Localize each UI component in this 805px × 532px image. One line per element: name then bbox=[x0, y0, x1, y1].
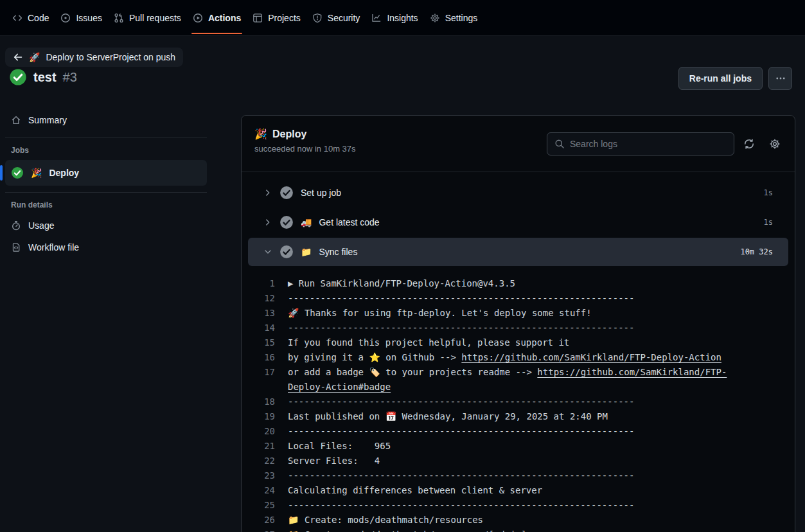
header-actions: Re-run all jobs bbox=[678, 67, 792, 90]
log-line-number[interactable]: 20 bbox=[242, 424, 275, 439]
tab-label: Actions bbox=[208, 13, 241, 23]
log-line-number[interactable]: 26 bbox=[242, 513, 275, 528]
log-line-number[interactable]: 24 bbox=[242, 483, 275, 498]
step-success-check-icon bbox=[279, 245, 294, 259]
log-line-number[interactable]: 23 bbox=[242, 468, 275, 483]
tab-insights[interactable]: Insights bbox=[366, 0, 423, 35]
shield-icon bbox=[312, 13, 323, 23]
panel-header: 🎉 Deploy succeeded now in 10m 37s bbox=[242, 116, 795, 172]
back-arrow-icon[interactable] bbox=[13, 52, 23, 62]
actions-run-page: CodeIssuesPull requestsActionsProjectsSe… bbox=[0, 0, 805, 532]
sidebar-divider bbox=[5, 137, 207, 138]
panel-tools bbox=[547, 132, 786, 155]
tab-label: Code bbox=[28, 13, 49, 23]
home-icon bbox=[11, 115, 21, 125]
search-box bbox=[547, 132, 734, 155]
log-line-number[interactable]: 17 bbox=[242, 365, 275, 380]
step-row[interactable]: 📁Sync files10m 32s bbox=[248, 238, 788, 266]
tab-security[interactable]: Security bbox=[306, 0, 366, 35]
file-code-icon bbox=[11, 242, 21, 253]
log-line-text: 📁 Create: mods/deathmatch/resources/[adm… bbox=[288, 528, 526, 532]
workflow-file-label: Workflow file bbox=[28, 242, 79, 253]
sidebar-item-job-deploy[interactable]: 🎉 Deploy bbox=[5, 160, 207, 186]
log-line-text: ----------------------------------------… bbox=[288, 321, 634, 335]
tab-settings[interactable]: Settings bbox=[424, 0, 484, 35]
tab-label: Security bbox=[328, 13, 360, 23]
log-line-number[interactable]: 12 bbox=[242, 291, 275, 306]
tab-actions[interactable]: Actions bbox=[187, 0, 247, 35]
log-line: 1▶ Run SamKirkland/FTP-Deploy-Action@v4.… bbox=[242, 276, 795, 291]
log-line-text: ----------------------------------------… bbox=[288, 291, 634, 306]
rerun-all-jobs-button[interactable]: Re-run all jobs bbox=[678, 67, 763, 90]
run-title: test bbox=[33, 70, 57, 85]
log-link[interactable]: https://github.com/SamKirkland/FTP- bbox=[537, 367, 727, 377]
step-label: Set up job bbox=[301, 188, 341, 198]
sidebar-item-summary[interactable]: Summary bbox=[5, 109, 207, 131]
log-line-number[interactable]: 21 bbox=[242, 439, 275, 454]
refresh-logs-button[interactable] bbox=[738, 133, 760, 155]
search-icon bbox=[554, 139, 565, 149]
breadcrumb[interactable]: 🚀 Deploy to ServerProject on push bbox=[5, 48, 183, 67]
kebab-icon bbox=[775, 73, 786, 84]
success-check-icon bbox=[9, 68, 27, 86]
log-line-number[interactable]: 18 bbox=[242, 395, 275, 409]
log-line-number[interactable]: 27 bbox=[242, 528, 275, 532]
log-line-number[interactable]: 14 bbox=[242, 321, 275, 335]
step-duration: 1s bbox=[764, 218, 773, 227]
log-text-segment: ----------------------------------------… bbox=[288, 396, 634, 407]
code-icon bbox=[12, 13, 22, 23]
pull-request-icon bbox=[114, 13, 124, 23]
log-text-segment: Local Files: 965 bbox=[288, 441, 391, 451]
job-log-panel: 🎉 Deploy succeeded now in 10m 37s bbox=[241, 115, 795, 532]
log-line-number[interactable]: 25 bbox=[242, 498, 275, 513]
step-duration: 10m 32s bbox=[740, 247, 773, 256]
log-line: 22Server Files: 4 bbox=[242, 454, 795, 468]
chevron-right-icon[interactable] bbox=[263, 218, 272, 227]
step-duration: 1s bbox=[764, 188, 773, 197]
log-line-text: 📁 Create: mods/deathmatch/resources bbox=[288, 513, 483, 528]
log-line-number[interactable]: 1 bbox=[242, 276, 275, 291]
log-line-text: Local Files: 965 bbox=[288, 439, 391, 454]
log-line-text: Server Files: 4 bbox=[288, 454, 380, 468]
log-line-text: or add a badge 🏷️ to your projects readm… bbox=[288, 365, 727, 395]
log-line: 13🚀 Thanks for using ftp-deploy. Let's d… bbox=[242, 306, 795, 321]
kebab-menu-button[interactable] bbox=[768, 67, 792, 90]
log-line-number[interactable]: 16 bbox=[242, 350, 275, 365]
log-text-segment: ----------------------------------------… bbox=[288, 293, 634, 303]
tab-issues[interactable]: Issues bbox=[55, 0, 107, 35]
log-line-number[interactable]: 15 bbox=[242, 335, 275, 350]
log-text-segment: ----------------------------------------… bbox=[288, 500, 634, 510]
selected-accent-bar bbox=[0, 165, 3, 181]
log-link[interactable]: Deploy-Action#badge bbox=[288, 382, 391, 392]
gear-icon bbox=[769, 138, 781, 150]
log-text-segment: Calculating differences between client &… bbox=[288, 485, 542, 495]
tab-code[interactable]: Code bbox=[6, 0, 55, 35]
log-line-text: ----------------------------------------… bbox=[288, 468, 634, 483]
log-settings-button[interactable] bbox=[764, 133, 786, 155]
log-line-number[interactable]: 19 bbox=[242, 409, 275, 424]
sidebar-item-workflow-file[interactable]: Workflow file bbox=[5, 236, 207, 258]
usage-label: Usage bbox=[28, 220, 54, 231]
tab-label: Projects bbox=[268, 13, 301, 23]
log-line-text: Last published on 📅 Wednesday, January 2… bbox=[288, 409, 608, 424]
tab-label: Settings bbox=[445, 13, 478, 23]
log-line-number[interactable]: 22 bbox=[242, 454, 275, 468]
step-row[interactable]: 🚚Get latest code1s bbox=[248, 208, 788, 236]
log-line-text: Calculating differences between client &… bbox=[288, 483, 542, 498]
log-text-segment: ----------------------------------------… bbox=[288, 426, 634, 436]
log-line: 25--------------------------------------… bbox=[242, 498, 795, 513]
chevron-down-icon[interactable] bbox=[263, 247, 272, 256]
project-icon bbox=[252, 13, 263, 23]
step-row[interactable]: Set up job1s bbox=[248, 179, 788, 207]
log-line-number[interactable]: 13 bbox=[242, 306, 275, 321]
log-text-segment: Last published on 📅 Wednesday, January 2… bbox=[288, 411, 608, 421]
sidebar-item-usage[interactable]: Usage bbox=[5, 215, 207, 236]
search-logs-input[interactable] bbox=[570, 139, 727, 149]
job-emoji: 🎉 bbox=[31, 168, 42, 178]
log-link[interactable]: https://github.com/SamKirkland/FTP-Deplo… bbox=[461, 352, 721, 362]
tab-label: Issues bbox=[76, 13, 102, 23]
tab-projects[interactable]: Projects bbox=[247, 0, 306, 35]
tab-pull-requests[interactable]: Pull requests bbox=[108, 0, 187, 35]
issue-icon bbox=[60, 13, 71, 23]
chevron-right-icon[interactable] bbox=[263, 188, 272, 197]
